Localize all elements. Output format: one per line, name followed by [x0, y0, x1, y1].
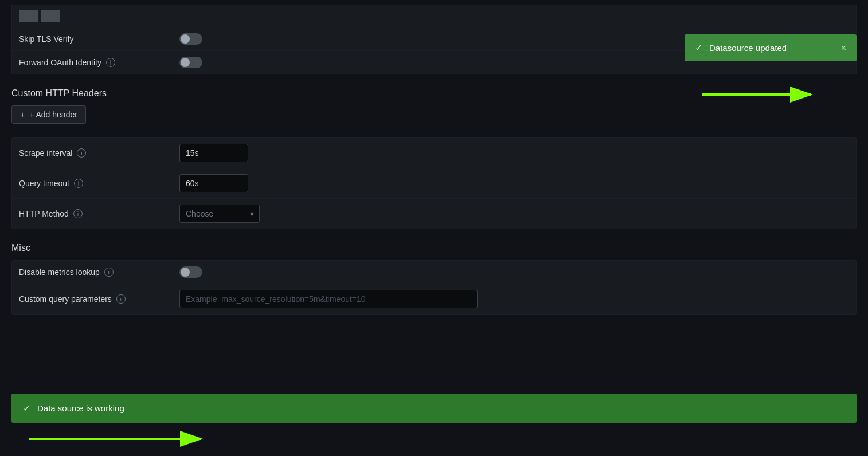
custom-query-params-input[interactable]	[179, 290, 478, 308]
forward-oauth-toggle-knob	[181, 58, 190, 67]
query-timeout-info-icon[interactable]: i	[74, 179, 83, 188]
indicator-1	[19, 10, 38, 22]
datasource-updated-toast: ✓ Datasource updated ×	[685, 34, 857, 61]
main-settings-group: Scrape interval i Query timeout i HTTP M…	[11, 137, 857, 229]
bottom-arrow-svg	[23, 427, 212, 450]
disable-metrics-label-container: Disable metrics lookup i	[19, 268, 179, 277]
arrow-annotation-toast	[696, 80, 822, 111]
forward-oauth-info-icon[interactable]: i	[106, 58, 115, 67]
add-header-button[interactable]: + + Add header	[11, 105, 86, 124]
disable-metrics-toggle[interactable]	[179, 266, 202, 278]
custom-query-params-label-container: Custom query parameters i	[19, 294, 179, 304]
misc-settings-group: Disable metrics lookup i Custom query pa…	[11, 260, 857, 315]
indicator-2	[41, 10, 60, 22]
forward-oauth-label-container: Forward OAuth Identity i	[19, 58, 179, 67]
skip-tls-toggle-knob	[181, 34, 190, 44]
http-method-select[interactable]: Choose GET POST	[179, 205, 260, 223]
arrow-annotation-bottom	[23, 427, 212, 450]
skip-tls-label-container: Skip TLS Verify	[19, 34, 179, 44]
toast-close-button[interactable]: ×	[841, 43, 846, 53]
disable-metrics-label: Disable metrics lookup	[19, 268, 100, 277]
disable-metrics-info-icon[interactable]: i	[104, 268, 114, 277]
forward-oauth-toggle[interactable]	[179, 57, 202, 68]
custom-query-params-row: Custom query parameters i	[12, 284, 856, 314]
scrape-interval-input[interactable]	[179, 144, 248, 162]
disable-metrics-toggle-knob	[181, 268, 190, 277]
custom-query-params-label: Custom query parameters	[19, 294, 112, 304]
disable-metrics-row: Disable metrics lookup i	[12, 261, 856, 284]
top-indicators-row	[12, 5, 856, 27]
forward-oauth-label: Forward OAuth Identity	[19, 58, 101, 67]
status-bar-message: Data source is working	[37, 403, 124, 413]
scrape-interval-info-icon[interactable]: i	[77, 148, 86, 158]
skip-tls-label: Skip TLS Verify	[19, 34, 73, 44]
scrape-interval-label-container: Scrape interval i	[19, 148, 179, 158]
status-bar-check-icon: ✓	[23, 403, 30, 414]
http-method-row: HTTP Method i Choose GET POST	[12, 199, 856, 229]
add-header-plus-icon: +	[20, 110, 25, 119]
misc-heading: Misc	[11, 243, 857, 253]
toast-arrow-svg	[696, 80, 822, 109]
query-timeout-input[interactable]	[179, 174, 248, 192]
http-method-label-container: HTTP Method i	[19, 209, 179, 218]
toast-message: Datasource updated	[709, 43, 787, 53]
http-method-select-wrapper: Choose GET POST	[179, 205, 260, 223]
skip-tls-toggle[interactable]	[179, 33, 202, 45]
query-timeout-label: Query timeout	[19, 179, 69, 188]
query-timeout-row: Query timeout i	[12, 168, 856, 199]
scrape-interval-row: Scrape interval i	[12, 138, 856, 168]
add-header-label: + Add header	[29, 110, 77, 119]
http-method-label: HTTP Method	[19, 209, 69, 218]
top-partial-indicators	[19, 10, 60, 22]
scrape-interval-label: Scrape interval	[19, 148, 72, 158]
query-timeout-label-container: Query timeout i	[19, 179, 179, 188]
http-method-info-icon[interactable]: i	[73, 209, 83, 218]
custom-query-params-info-icon[interactable]: i	[116, 294, 126, 304]
data-source-status-bar: ✓ Data source is working	[11, 394, 857, 423]
toast-check-icon: ✓	[695, 42, 702, 53]
